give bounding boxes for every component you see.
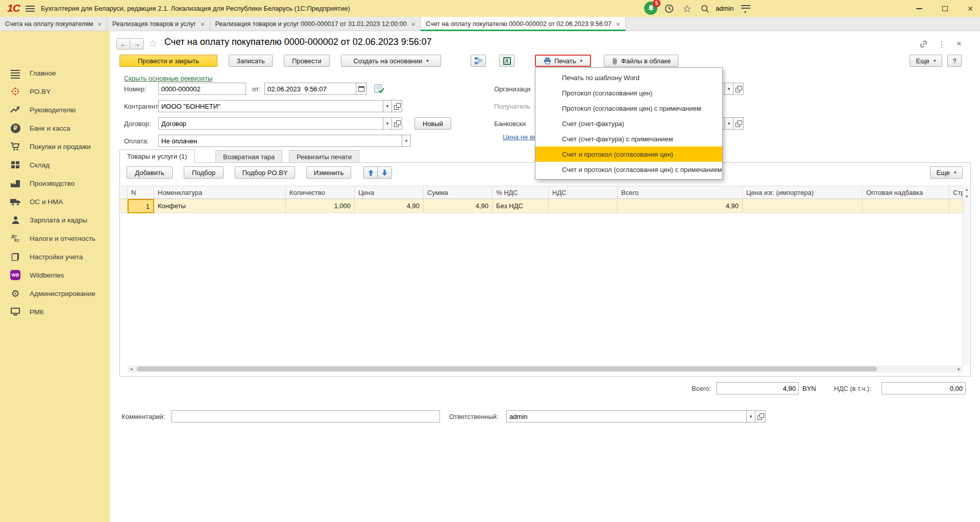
- tab-goods-services[interactable]: Товары и услуги (1): [119, 150, 195, 163]
- sidebar-item-purchases-sales[interactable]: Покупки и продажи: [0, 137, 110, 156]
- scroll-right-icon[interactable]: ▸: [955, 365, 963, 372]
- notifications-button[interactable]: 5: [644, 2, 657, 15]
- tab-returnable-packaging[interactable]: Возвратная тара: [215, 150, 282, 163]
- sidebar-item-bank-cash[interactable]: ₽ Банк и касса: [0, 119, 110, 137]
- total-input[interactable]: [716, 382, 799, 394]
- scroll-up-icon[interactable]: ▴: [963, 186, 970, 193]
- print-button[interactable]: Печать ▾: [535, 55, 591, 67]
- tab-invoice-doc-active[interactable]: Счет на оплату покупателю 0000-000002 от…: [421, 17, 625, 31]
- excel-export-button[interactable]: X: [499, 55, 514, 67]
- sidebar-item-administration[interactable]: ⚙ Администрирование: [0, 284, 110, 303]
- favorite-star-icon[interactable]: ☆: [148, 37, 157, 49]
- vertical-scrollbar[interactable]: ▴ ▾: [963, 186, 970, 365]
- cloud-files-button[interactable]: Файлы в облаке: [604, 55, 678, 67]
- table-row[interactable]: 1 Конфеты 1,000 4,90 4,90 Без НДС 4,90: [120, 199, 970, 213]
- post-and-close-button[interactable]: Провести и закрыть: [119, 55, 217, 67]
- tab-invoices-list[interactable]: Счета на оплату покупателям ×: [0, 17, 107, 31]
- move-down-button[interactable]: [378, 166, 392, 179]
- sidebar-item-fixed-assets[interactable]: ОС и НМА: [0, 192, 110, 211]
- tab-close-icon[interactable]: ×: [97, 20, 102, 28]
- back-button[interactable]: ←: [116, 38, 130, 49]
- col-header-sum[interactable]: Сумма: [424, 186, 493, 199]
- minimize-button[interactable]: [914, 3, 925, 14]
- sidebar-item-poby[interactable]: PO.BY: [0, 82, 110, 101]
- menu-item-invoice[interactable]: Счет (счет-фактура): [535, 116, 722, 131]
- tab-print-details[interactable]: Реквизиты печати: [289, 150, 359, 163]
- add-row-button[interactable]: Добавить: [127, 166, 173, 179]
- price-includes-vat-link[interactable]: Цена не вк: [503, 133, 536, 141]
- post-button[interactable]: Провести: [284, 55, 330, 67]
- vat-total-input[interactable]: [881, 382, 966, 394]
- restore-button[interactable]: [939, 3, 950, 14]
- create-based-on-button[interactable]: Создать на основании ▾: [341, 55, 441, 67]
- dropdown-caret-icon[interactable]: ▾: [725, 83, 733, 95]
- menu-item-invoice-protocol-note[interactable]: Счет и протокол (согласования цен) с при…: [535, 162, 722, 177]
- dropdown-caret-icon[interactable]: ▾: [402, 135, 411, 147]
- menu-item-invoice-note[interactable]: Счет (счет-фактура) с примечанием: [535, 131, 722, 146]
- scroll-down-icon[interactable]: ▾: [963, 193, 970, 200]
- col-header-n[interactable]: N: [128, 186, 154, 199]
- close-document-icon[interactable]: ×: [953, 39, 965, 48]
- scroll-left-icon[interactable]: ◂: [128, 365, 135, 372]
- dropdown-caret-icon[interactable]: ▾: [747, 410, 755, 422]
- cell-markup[interactable]: [863, 199, 949, 213]
- date-input[interactable]: [264, 83, 356, 95]
- cell-total[interactable]: 4,90: [618, 199, 743, 213]
- table-more-button[interactable]: Еще ▾: [930, 166, 963, 179]
- search-icon[interactable]: [699, 3, 710, 14]
- col-header-qty[interactable]: Количество: [286, 186, 355, 199]
- tab-close-icon[interactable]: ×: [201, 20, 205, 28]
- col-header-mfr-price[interactable]: Цена изг. (импортера): [743, 186, 863, 199]
- sidebar-item-production[interactable]: Производство: [0, 174, 110, 192]
- counterparty-input[interactable]: [158, 100, 383, 112]
- move-up-button[interactable]: [363, 166, 378, 179]
- tab-sales-list[interactable]: Реализация товаров и услуг ×: [107, 17, 210, 31]
- save-button[interactable]: Записать: [229, 55, 273, 67]
- structure-report-button[interactable]: [471, 55, 486, 67]
- horizontal-scrollbar[interactable]: ◂ ▸: [128, 365, 963, 372]
- col-header-vat[interactable]: НДС: [549, 186, 618, 199]
- cell-n[interactable]: 1: [128, 199, 154, 213]
- col-header-nomenclature[interactable]: Номенклатура: [154, 186, 286, 199]
- calendar-icon[interactable]: [356, 83, 366, 95]
- menu-item-print-word[interactable]: Печать по шаблону Word: [535, 70, 722, 85]
- favorites-star-icon[interactable]: ☆: [681, 3, 693, 14]
- dropdown-caret-icon[interactable]: ▾: [725, 117, 733, 130]
- cell-mfr-price[interactable]: [743, 199, 863, 213]
- pick-button[interactable]: Подбор: [184, 166, 224, 179]
- open-item-icon[interactable]: [392, 117, 402, 130]
- help-button[interactable]: ?: [947, 55, 962, 67]
- tab-close-icon[interactable]: ×: [616, 20, 620, 28]
- sidebar-item-warehouse[interactable]: Склад: [0, 156, 110, 174]
- sidebar-item-accounting-settings[interactable]: Настройки учета: [0, 247, 110, 266]
- menu-item-protocol-note[interactable]: Протокол (согласования цен) с примечание…: [535, 101, 722, 116]
- sidebar-item-taxes[interactable]: ДтКт Налоги и отчетность: [0, 229, 110, 247]
- close-app-button[interactable]: ×: [965, 3, 976, 14]
- scrollbar-thumb[interactable]: [137, 366, 877, 371]
- sidebar-item-main[interactable]: Главное: [0, 64, 110, 82]
- open-item-icon[interactable]: [755, 410, 766, 422]
- tab-sales-doc[interactable]: Реализация товаров и услуг 0000-000017 о…: [210, 17, 421, 31]
- more-button[interactable]: Еще ▾: [910, 55, 942, 67]
- history-icon[interactable]: [664, 3, 675, 14]
- get-link-icon[interactable]: [918, 39, 929, 48]
- edit-row-button[interactable]: Изменить: [306, 166, 351, 179]
- dropdown-caret-icon[interactable]: ▾: [383, 100, 392, 112]
- comment-input[interactable]: [172, 410, 440, 422]
- menu-item-protocol[interactable]: Протокол (согласования цен): [535, 85, 722, 101]
- open-item-icon[interactable]: [733, 83, 744, 95]
- sidebar-item-wildberries[interactable]: WB Wildberries: [0, 266, 110, 284]
- cell-vat[interactable]: [549, 199, 618, 213]
- sidebar-item-rmk[interactable]: РМК: [0, 303, 110, 321]
- dropdown-caret-icon[interactable]: ▾: [383, 117, 392, 130]
- new-contract-button[interactable]: Новый: [414, 117, 451, 130]
- hide-main-attributes-link[interactable]: Скрыть основные реквизиты: [124, 74, 212, 82]
- menu-item-invoice-protocol[interactable]: Счет и протокол (согласования цен): [535, 146, 722, 162]
- tab-close-icon[interactable]: ×: [411, 20, 415, 28]
- payment-input[interactable]: [158, 135, 402, 147]
- number-input[interactable]: [158, 83, 246, 95]
- sidebar-item-salary-hr[interactable]: Зарплата и кадры: [0, 211, 110, 229]
- cell-vat-pct[interactable]: Без НДС: [493, 199, 549, 213]
- cell-qty[interactable]: 1,000: [286, 199, 355, 213]
- cell-nomenclature[interactable]: Конфеты: [154, 199, 286, 213]
